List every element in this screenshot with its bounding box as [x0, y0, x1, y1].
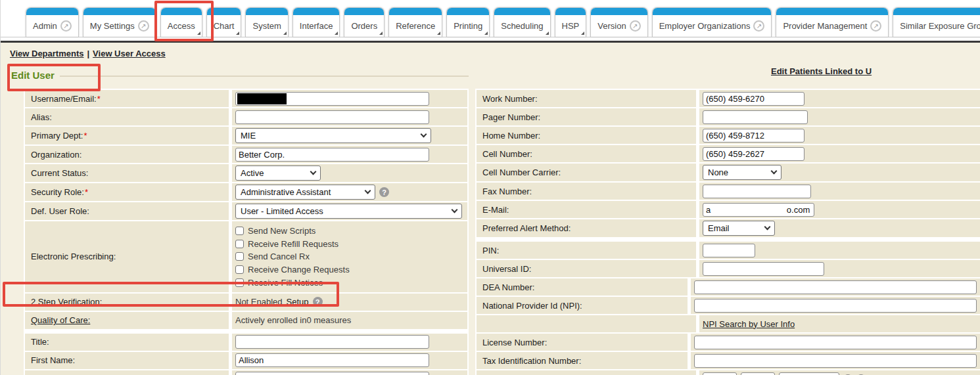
- npi-search-link[interactable]: NPI Search by User Info: [703, 319, 795, 329]
- title-input[interactable]: [235, 335, 429, 349]
- tab-label: Scheduling: [501, 21, 543, 31]
- partial-input-1[interactable]: [741, 372, 775, 375]
- help-icon[interactable]: ?: [313, 297, 323, 307]
- tab-accent-bar: [591, 8, 647, 15]
- field-security-role: Administrative Assistant?: [232, 183, 467, 201]
- tab-employer-organizations[interactable]: Employer Organizations↗: [652, 7, 772, 37]
- dropdown-indicator-icon: [283, 32, 287, 35]
- dea-number-input[interactable]: [694, 280, 977, 294]
- national-provider-id-input[interactable]: [694, 299, 977, 313]
- field-def-user-role: User - Limited Access: [232, 202, 467, 220]
- alias-input[interactable]: [235, 110, 429, 124]
- field-pager-number: [699, 108, 980, 125]
- checkbox-label: Receive Change Requests: [248, 265, 350, 275]
- external-link-icon: ↗: [870, 20, 881, 32]
- row-pin: PIN:: [477, 242, 980, 259]
- tab-admin[interactable]: Admin↗: [26, 7, 79, 37]
- label-text-work-number: Work Number:: [482, 94, 538, 104]
- electronic-prescribing-checkbox-2[interactable]: [235, 252, 244, 261]
- tab-accent-bar: [161, 8, 202, 15]
- edit-patients-linked-link[interactable]: Edit Patients Linked to U: [771, 66, 872, 76]
- tab-body-similar-exposure-groups: Similar Exposure Groups (: [893, 15, 980, 37]
- tab-body-interface: Interface: [293, 15, 340, 37]
- view-departments-link[interactable]: View Departments: [10, 49, 83, 58]
- tab-label: Access: [168, 21, 195, 31]
- tab-access[interactable]: Access: [160, 7, 202, 37]
- breadcrumb: View Departments|View User Access: [10, 49, 166, 58]
- home-number-input[interactable]: [703, 129, 805, 143]
- tab-reference[interactable]: Reference: [388, 7, 442, 37]
- tab-scheduling[interactable]: Scheduling: [494, 7, 550, 37]
- tab-label: Reference: [396, 21, 435, 31]
- tab-similar-exposure-groups[interactable]: Similar Exposure Groups (: [893, 7, 980, 37]
- field-national-provider-id: [691, 297, 980, 314]
- field-alias: [232, 108, 467, 125]
- first-name-input[interactable]: [235, 353, 429, 367]
- tab-body-scheduling: Scheduling: [494, 15, 549, 37]
- tab-provider-management[interactable]: Provider Management↗: [776, 7, 889, 37]
- fax-number-input[interactable]: [703, 185, 811, 198]
- tab-accent-bar: [293, 8, 340, 15]
- license-number-input[interactable]: [694, 336, 977, 349]
- label-pin: PIN:: [477, 242, 696, 259]
- pin-input[interactable]: [703, 244, 755, 257]
- primary-dept-select[interactable]: MIE: [235, 128, 431, 143]
- dropdown-indicator-icon: [197, 32, 200, 35]
- tab-my-settings[interactable]: My Settings↗: [83, 7, 156, 37]
- dropdown-indicator-icon: [236, 32, 239, 35]
- label-text-email: E-Mail:: [482, 205, 509, 215]
- label-organization: Organization:: [25, 146, 229, 163]
- label-universal-id: Universal ID:: [477, 260, 696, 277]
- electronic-prescribing-checkbox-1[interactable]: [235, 240, 244, 248]
- help-icon[interactable]: ?: [379, 187, 389, 197]
- tab-body-provider-management: Provider Management↗: [776, 15, 888, 37]
- two-step-verification-setup-link[interactable]: Setup: [287, 297, 309, 307]
- row-primary-dept: Primary Dept:*MIE: [25, 127, 467, 144]
- label-text-quality-of-care[interactable]: Quality of Care:: [31, 315, 90, 325]
- view-user-access-link[interactable]: View User Access: [93, 49, 166, 58]
- tab-interface[interactable]: Interface: [292, 7, 340, 37]
- label-def-user-role: Def. User Role:: [25, 202, 229, 220]
- pager-number-input[interactable]: [703, 110, 808, 124]
- electronic-prescribing-checkbox-3[interactable]: [235, 265, 244, 274]
- tab-chart[interactable]: Chart: [206, 7, 242, 37]
- tab-accent-bar: [246, 8, 287, 15]
- field-dea-number: [691, 278, 980, 296]
- organization-input[interactable]: [235, 148, 429, 162]
- electronic-prescribing-checkbox-4[interactable]: [235, 278, 244, 287]
- label-text-fax-number: Fax Number:: [482, 187, 532, 196]
- checkbox-label: Receive Fill Notices: [248, 278, 323, 288]
- partial-input-0[interactable]: [703, 372, 737, 375]
- redaction-overlay: [237, 93, 287, 104]
- external-link-icon: ↗: [138, 20, 149, 32]
- email-input[interactable]: [703, 203, 814, 217]
- row-electronic-prescribing: Electronic Prescribing:Send New ScriptsR…: [25, 221, 467, 292]
- cell-number-carrier-select[interactable]: None: [703, 165, 782, 180]
- tax-identification-number-input[interactable]: [694, 354, 977, 368]
- tab-version[interactable]: Version↗: [590, 7, 647, 37]
- selected-value: MIE: [241, 131, 256, 141]
- label-text-pin: PIN:: [482, 246, 499, 255]
- security-role-select[interactable]: Administrative Assistant: [235, 185, 375, 200]
- partial-input-2[interactable]: [779, 372, 839, 375]
- def-user-role-select[interactable]: User - Limited Access: [235, 204, 462, 219]
- row-license-number: License Number:: [477, 334, 980, 351]
- field-title: [232, 334, 467, 351]
- selected-value: User - Limited Access: [241, 206, 323, 216]
- row-username-email: Username/Email:*: [25, 90, 467, 107]
- work-number-input[interactable]: [703, 92, 805, 106]
- tab-hsp[interactable]: HSP: [555, 7, 587, 37]
- label-text-tax-identification-number: Tax Identification Number:: [482, 356, 581, 366]
- tab-system[interactable]: System: [245, 7, 288, 37]
- label-middle-name: Middle Name:: [25, 370, 229, 375]
- middle-name-input[interactable]: [235, 372, 429, 375]
- cell-number-input[interactable]: [703, 147, 805, 161]
- current-status-select[interactable]: Active: [235, 165, 321, 181]
- universal-id-input[interactable]: [703, 262, 824, 276]
- preferred-alert-method-select[interactable]: Email: [703, 221, 775, 236]
- electronic-prescribing-checkbox-0[interactable]: [235, 227, 244, 235]
- external-link-icon: ↗: [753, 20, 764, 32]
- tab-printing[interactable]: Printing: [446, 7, 490, 37]
- row-tax-identification-number: Tax Identification Number:: [477, 352, 980, 369]
- tab-orders[interactable]: Orders: [344, 7, 385, 37]
